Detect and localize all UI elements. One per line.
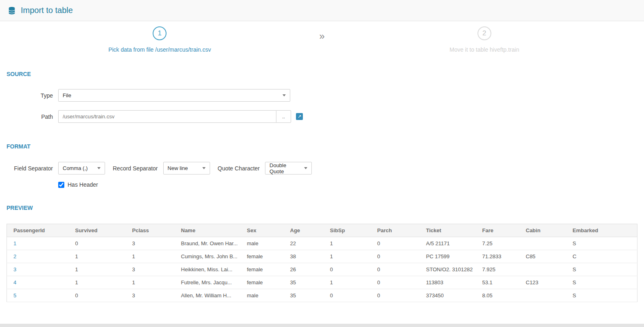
step-2-circle: 2 <box>478 26 491 40</box>
column-header: Parch <box>373 224 422 237</box>
caret-down-icon <box>202 167 206 169</box>
table-row: 313Heikkinen, Miss. Lai...female2600STON… <box>7 263 637 276</box>
table-cell: C123 <box>522 276 569 289</box>
table-cell: 113803 <box>422 276 478 289</box>
table-row: 503Allen, Mr. William H...male3500373450… <box>7 289 637 302</box>
column-header: Ticket <box>422 224 478 237</box>
table-cell: 8.05 <box>478 289 522 302</box>
table-cell: 5 <box>7 289 71 302</box>
table-cell: 1 <box>128 250 177 263</box>
path-label: Path <box>7 113 53 120</box>
table-cell: S <box>569 237 637 250</box>
table-cell: S <box>569 276 637 289</box>
table-cell: 22 <box>286 237 326 250</box>
table-cell: 1 <box>7 237 71 250</box>
table-cell: C <box>569 250 637 263</box>
format-section-heading: FORMAT <box>7 143 644 150</box>
column-header: Fare <box>478 224 522 237</box>
table-cell: PC 17599 <box>422 250 478 263</box>
open-in-filebrowser-icon[interactable]: ↗ <box>296 113 303 120</box>
table-cell: S <box>569 289 637 302</box>
column-header: SibSp <box>326 224 373 237</box>
table-cell: 0 <box>373 250 422 263</box>
double-chevron-icon: » <box>319 31 324 41</box>
path-input[interactable] <box>58 110 276 123</box>
column-header: Age <box>286 224 326 237</box>
path-input-group: .. <box>58 110 291 123</box>
table-cell: Heikkinen, Miss. Lai... <box>177 263 243 276</box>
caret-down-icon <box>97 167 101 169</box>
table-cell: male <box>243 289 286 302</box>
table-row: 411Futrelle, Mrs. Jacqu...female35101138… <box>7 276 637 289</box>
has-header-checkbox[interactable] <box>58 182 64 188</box>
table-cell: 3 <box>128 289 177 302</box>
type-label: Type <box>7 92 53 99</box>
table-cell: 0 <box>326 289 373 302</box>
preview-table: PassengerIdSurvivedPclassNameSexAgeSibSp… <box>7 224 637 302</box>
preview-table-body: 103Braund, Mr. Owen Har...male2210A/5 21… <box>7 237 637 302</box>
table-cell: 373450 <box>422 289 478 302</box>
table-row: 211Cumings, Mrs. John B...female3810PC 1… <box>7 250 637 263</box>
table-cell: 0 <box>326 263 373 276</box>
path-row: Path .. ↗ <box>7 110 644 123</box>
quote-character-select[interactable]: Double Quote <box>265 162 312 174</box>
table-cell <box>522 263 569 276</box>
wizard-step-2[interactable]: 2 Move it to table hiveftp.train <box>325 26 644 53</box>
table-cell: Cumings, Mrs. John B... <box>177 250 243 263</box>
field-separator-select[interactable]: Comma (,) <box>58 162 105 174</box>
type-select[interactable]: File <box>58 89 290 102</box>
type-row: Type File <box>7 89 644 102</box>
record-separator-value: New line <box>168 165 188 171</box>
has-header-label: Has Header <box>68 181 98 188</box>
column-header: Pclass <box>128 224 177 237</box>
page-title: Import to table <box>21 6 73 15</box>
column-header: Cabin <box>522 224 569 237</box>
table-cell: 1 <box>71 276 128 289</box>
has-header-row: Has Header <box>58 181 644 188</box>
table-cell: male <box>243 237 286 250</box>
source-section-heading: SOURCE <box>7 71 644 77</box>
table-cell: S <box>569 263 637 276</box>
table-cell: 2 <box>7 250 71 263</box>
table-cell: 3 <box>128 263 177 276</box>
table-cell <box>522 237 569 250</box>
table-cell: 71.2833 <box>478 250 522 263</box>
record-separator-label: Record Separator <box>113 165 158 172</box>
step-1-label: Pick data from file /user/marcus/train.c… <box>108 46 211 53</box>
external-link-glyph: ↗ <box>298 114 301 119</box>
table-cell: Allen, Mr. William H... <box>177 289 243 302</box>
table-cell: 7.25 <box>478 237 522 250</box>
browse-button[interactable]: .. <box>276 110 291 123</box>
wizard-steps: 1 Pick data from file /user/marcus/train… <box>0 21 644 53</box>
column-header: Name <box>177 224 243 237</box>
table-cell: female <box>243 250 286 263</box>
table-cell: 1 <box>128 276 177 289</box>
table-cell: 1 <box>71 263 128 276</box>
format-row: Field Separator Comma (,) Record Separat… <box>7 162 644 174</box>
horizontal-scrollbar[interactable] <box>0 324 644 327</box>
table-cell <box>522 289 569 302</box>
preview-section-heading: PREVIEW <box>7 205 644 211</box>
record-separator-select[interactable]: New line <box>163 162 210 174</box>
database-icon <box>7 6 16 15</box>
step-2-label: Move it to table hiveftp.train <box>449 46 519 53</box>
table-cell: 1 <box>71 250 128 263</box>
table-cell: 38 <box>286 250 326 263</box>
type-select-value: File <box>63 92 71 98</box>
table-cell: 53.1 <box>478 276 522 289</box>
preview-header-row: PassengerIdSurvivedPclassNameSexAgeSibSp… <box>7 224 637 237</box>
table-cell: female <box>243 276 286 289</box>
caret-down-icon <box>283 94 286 96</box>
table-cell: Futrelle, Mrs. Jacqu... <box>177 276 243 289</box>
caret-down-icon <box>304 167 307 169</box>
column-header: PassengerId <box>7 224 71 237</box>
table-cell: 35 <box>286 289 326 302</box>
table-row: 103Braund, Mr. Owen Har...male2210A/5 21… <box>7 237 637 250</box>
table-cell: 1 <box>326 276 373 289</box>
column-header: Survived <box>71 224 128 237</box>
table-cell: 0 <box>373 276 422 289</box>
table-cell: 35 <box>286 276 326 289</box>
table-cell: 0 <box>373 263 422 276</box>
wizard-step-1[interactable]: 1 Pick data from file /user/marcus/train… <box>0 26 319 53</box>
table-cell: 1 <box>326 237 373 250</box>
